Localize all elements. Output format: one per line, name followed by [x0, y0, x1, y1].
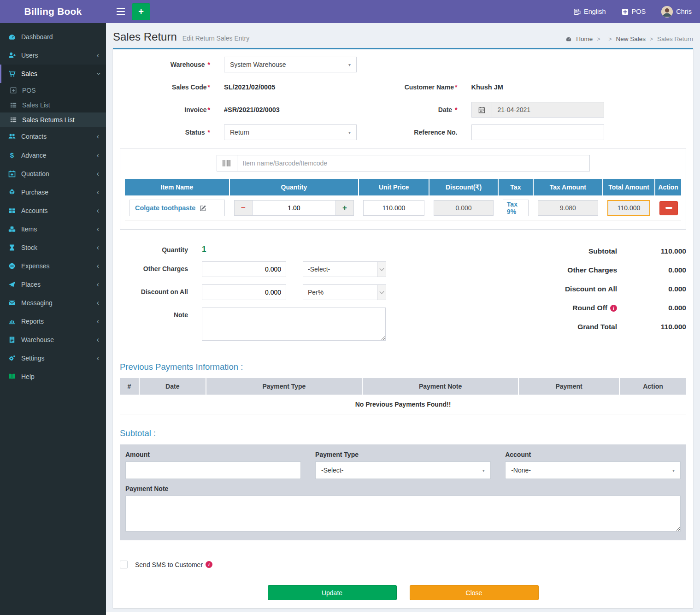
status-label: Status * [116, 129, 210, 136]
calendar-icon [478, 106, 485, 113]
breadcrumb-home[interactable]: Home [576, 35, 593, 42]
close-button[interactable]: Close [410, 585, 539, 600]
warehouse-select[interactable]: System Warehouse ▾ [224, 57, 357, 72]
warehouse-value: System Warehouse [230, 61, 286, 68]
sidebar-item-warehouse[interactable]: Warehouse ‹ [0, 331, 106, 349]
caret-down-icon: ▾ [348, 130, 351, 135]
sidebar-item-settings[interactable]: Settings ‹ [0, 349, 106, 367]
sidebar-item-sales[interactable]: Sales ‹ [0, 65, 106, 83]
sidebar-subitem-label: Sales List [22, 101, 50, 109]
box-icon [8, 189, 16, 196]
sidebar-item-help[interactable]: Help [0, 367, 106, 386]
topbar: + English POS Chris [106, 0, 700, 23]
sidebar-subitem-sales-list[interactable]: Sales List [0, 98, 106, 112]
sidebar-item-purchase[interactable]: Purchase ‹ [0, 183, 106, 201]
other-charges-input[interactable] [202, 261, 286, 277]
list-icon [10, 117, 17, 123]
col-unit-price: Unit Price [359, 179, 429, 195]
sidebar-item-advance[interactable]: $ Advance ‹ [0, 146, 106, 165]
reference-label: Reference No. [403, 129, 458, 136]
remove-item-button[interactable] [659, 201, 678, 215]
send-sms-checkbox[interactable] [120, 561, 128, 568]
sidebar-toggle-button[interactable] [112, 0, 130, 23]
quantity-total-value: 1 [202, 242, 206, 254]
quantity-input[interactable] [253, 200, 335, 216]
sidebar-item-messaging[interactable]: Messaging ‹ [0, 294, 106, 312]
sidebar-item-quotation[interactable]: Quotation ‹ [0, 165, 106, 183]
user-menu[interactable]: Chris [661, 6, 692, 18]
sidebar-item-label: Reports [21, 318, 44, 325]
discount-input [434, 200, 494, 216]
sales-return-form: Warehouse * System Warehouse ▾ Sales Cod… [113, 48, 693, 608]
sidebar-item-label: Dashboard [21, 33, 53, 41]
total-amount-input[interactable] [607, 200, 650, 216]
sidebar-item-accounts[interactable]: Accounts ‹ [0, 201, 106, 220]
sidebar-item-items[interactable]: Items ‹ [0, 220, 106, 238]
quantity-increase-button[interactable]: + [335, 200, 354, 216]
update-button[interactable]: Update [268, 585, 397, 600]
info-icon[interactable]: i [206, 561, 212, 568]
quick-add-button[interactable]: + [132, 3, 150, 20]
tax-amount-input [538, 200, 598, 216]
select-caret [377, 285, 386, 300]
subtotal-value: 110.000 [617, 247, 686, 255]
sidebar: Billing Book Dashboard Users ‹ Sales ‹ P… [0, 0, 106, 615]
sidebar-item-users[interactable]: Users ‹ [0, 46, 106, 65]
account-select[interactable]: -None- ▾ [505, 461, 681, 479]
other-charges-select[interactable]: -Select- [303, 261, 386, 277]
sidebar-item-label: Purchase [21, 189, 48, 196]
discount-on-all-input[interactable] [202, 284, 286, 300]
item-name-cell[interactable]: Colgate toothpaste [129, 200, 225, 216]
sidebar-subitem-pos[interactable]: POS [0, 83, 106, 98]
sidebar-item-dashboard[interactable]: Dashboard [0, 28, 106, 46]
caret-down-icon: ▾ [482, 468, 485, 473]
roundoff-value: 0.000 [617, 304, 686, 312]
breadcrumb-separator: > [597, 36, 600, 42]
sales-code-value: SL/2021/02/0005 [224, 83, 275, 91]
send-sms-label: Send SMS to Customer i [135, 561, 212, 568]
item-search-input[interactable] [237, 155, 589, 171]
paper-plane-icon [8, 281, 16, 288]
edit-icon[interactable] [200, 205, 206, 212]
discount-type-select[interactable]: Per% [303, 284, 386, 300]
pos-link[interactable]: POS [622, 8, 646, 15]
amount-input[interactable] [125, 461, 301, 479]
invoice-value: #SR/2021/02/0003 [224, 106, 280, 113]
sidebar-item-contacts[interactable]: Contacts ‹ [0, 127, 106, 146]
payment-type-select[interactable]: -Select- ▾ [315, 461, 491, 479]
payment-note-textarea[interactable] [125, 496, 681, 532]
sidebar-item-label: Quotation [21, 170, 49, 177]
breadcrumb-new-sales[interactable]: New Sales [616, 35, 646, 42]
sidebar-item-places[interactable]: Places ‹ [0, 275, 106, 294]
sidebar-subitem-sales-returns-list[interactable]: Sales Returns List [0, 112, 106, 127]
barcode-addon [217, 155, 237, 171]
calendar-addon[interactable] [471, 102, 492, 118]
note-textarea[interactable] [202, 308, 386, 341]
reference-input[interactable] [471, 124, 604, 140]
plus-square-icon [622, 8, 629, 15]
date-value[interactable]: 21-04-2021 [492, 102, 604, 118]
info-icon[interactable]: i [610, 305, 617, 312]
quantity-decrease-button[interactable]: − [234, 200, 253, 216]
unit-price-input[interactable] [363, 200, 424, 216]
sidebar-item-label: Settings [21, 355, 45, 362]
tax-cell[interactable]: Tax 9% [503, 200, 529, 216]
sidebar-item-label: Items [21, 225, 37, 233]
select-caret [377, 262, 386, 277]
breadcrumb-separator: > [608, 36, 612, 42]
hamburger-icon [117, 8, 125, 9]
brand-logo[interactable]: Billing Book [0, 0, 106, 23]
page-subtitle: Edit Return Sales Entry [182, 35, 250, 42]
sidebar-item-expenses[interactable]: Expenses ‹ [0, 257, 106, 275]
payment-note-label: Payment Note [125, 485, 681, 492]
plus-icon: + [138, 6, 144, 17]
grand-total-value: 110.000 [617, 323, 686, 331]
status-select[interactable]: Return ▾ [224, 124, 357, 140]
sidebar-item-stock[interactable]: Stock ‹ [0, 238, 106, 257]
col-action: Action [655, 179, 681, 195]
sidebar-item-label: Advance [21, 152, 46, 159]
chevron-left-icon: ‹ [97, 189, 99, 196]
sidebar-item-reports[interactable]: Reports ‹ [0, 312, 106, 331]
cubes-icon [8, 225, 16, 233]
language-selector[interactable]: English [574, 8, 606, 15]
